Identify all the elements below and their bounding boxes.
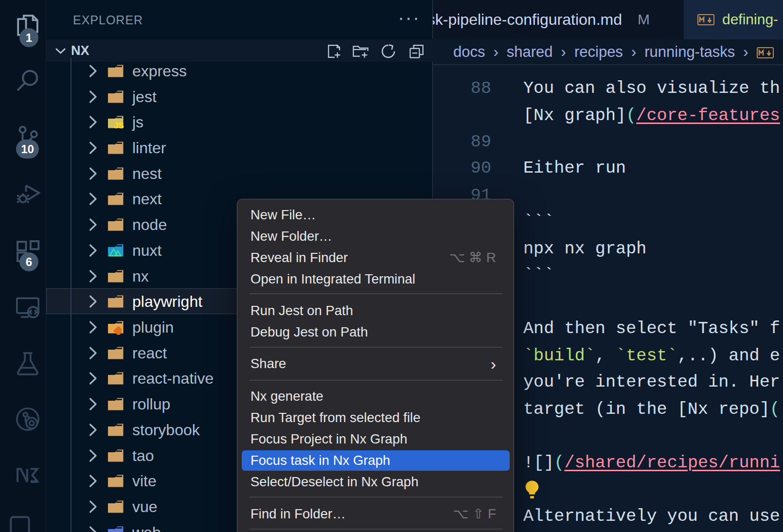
svg-text:JS: JS xyxy=(114,121,124,130)
